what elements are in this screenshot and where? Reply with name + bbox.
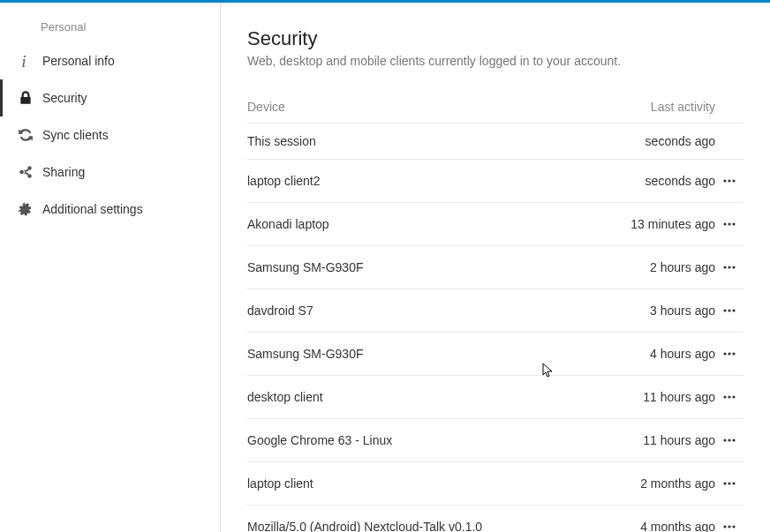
svg-point-22 [723, 438, 726, 441]
svg-point-5 [728, 179, 730, 182]
device-name: Akonadi laptop [247, 217, 600, 231]
session-row: davdroid S73 hours ago [247, 288, 744, 332]
row-menu-cell [715, 257, 744, 278]
sidebar-item-label: Sync clients [42, 128, 109, 142]
svg-point-28 [723, 525, 726, 528]
last-activity: 2 months ago [600, 476, 715, 491]
sidebar: Personal i Personal info Security Sync c… [0, 3, 221, 532]
svg-point-1 [19, 170, 24, 175]
sessions-table-body: This sessionseconds agolaptop client2sec… [247, 123, 744, 532]
device-name: Samsung SM-G930F [247, 260, 600, 274]
more-actions-button[interactable] [719, 214, 740, 235]
sidebar-item-label: Sharing [42, 165, 85, 179]
session-row: desktop client11 hours ago [247, 375, 744, 418]
device-name: Mozilla/5.0 (Android) Nextcloud-Talk v0.… [247, 520, 600, 532]
page-subtitle: Web, desktop and mobile clients currentl… [247, 54, 744, 68]
device-name: Samsung SM-G930F [247, 347, 600, 361]
more-icon [722, 217, 736, 231]
svg-point-21 [732, 395, 735, 398]
sessions-table-head: Device Last activity [247, 93, 744, 123]
svg-point-14 [728, 309, 730, 311]
last-activity: 3 hours ago [600, 303, 715, 318]
last-activity: 11 hours ago [600, 390, 715, 404]
svg-point-4 [723, 179, 726, 182]
svg-point-25 [723, 482, 726, 484]
device-name: desktop client [247, 390, 600, 404]
svg-text:i: i [22, 53, 26, 69]
more-actions-button[interactable] [719, 516, 740, 532]
last-activity: 13 minutes ago [600, 217, 715, 231]
sidebar-item-personal-info[interactable]: i Personal info [0, 42, 220, 79]
svg-point-27 [732, 482, 735, 484]
row-menu-cell [715, 386, 744, 408]
svg-point-8 [728, 222, 730, 225]
svg-point-26 [728, 482, 730, 484]
sidebar-item-label: Additional settings [42, 202, 143, 216]
session-row: Mozilla/5.0 (Android) Nextcloud-Talk v0.… [247, 505, 744, 532]
session-row: This sessionseconds ago [247, 123, 744, 159]
more-actions-button[interactable] [719, 386, 740, 408]
svg-point-11 [728, 266, 730, 268]
more-icon [722, 174, 736, 188]
svg-point-20 [728, 395, 730, 398]
col-header-device: Device [247, 100, 600, 114]
svg-point-13 [723, 309, 726, 311]
sync-icon [18, 127, 34, 143]
sidebar-item-sync-clients[interactable]: Sync clients [0, 116, 220, 154]
device-name: This session [247, 134, 600, 148]
more-actions-button[interactable] [719, 300, 740, 321]
device-name: davdroid S7 [247, 303, 600, 318]
more-actions-button[interactable] [719, 170, 740, 191]
sidebar-item-sharing[interactable]: Sharing [0, 154, 220, 191]
last-activity: 4 hours ago [600, 347, 715, 361]
session-row: Akonadi laptop13 minutes ago [247, 202, 744, 245]
device-name: laptop client [247, 476, 600, 491]
svg-point-17 [728, 352, 730, 355]
sidebar-section-header: Personal [0, 15, 220, 42]
svg-point-19 [723, 395, 726, 398]
session-row: Samsung SM-G930F2 hours ago [247, 245, 744, 288]
row-menu-cell [715, 343, 744, 364]
more-actions-button[interactable] [719, 343, 740, 364]
last-activity: seconds ago [600, 174, 715, 188]
row-menu-cell [715, 516, 744, 532]
svg-point-24 [732, 438, 735, 441]
more-icon [722, 476, 736, 491]
more-actions-button[interactable] [719, 430, 740, 451]
session-row: Google Chrome 63 - Linux11 hours ago [247, 418, 744, 461]
row-menu-cell [715, 430, 744, 451]
page-title: Security [247, 27, 744, 50]
svg-point-7 [723, 222, 726, 225]
svg-point-29 [728, 525, 730, 528]
info-icon: i [18, 53, 34, 69]
row-menu-cell [715, 170, 744, 191]
row-menu-cell [715, 214, 744, 235]
main-content: Security Web, desktop and mobile clients… [221, 3, 770, 532]
sidebar-item-label: Personal info [42, 54, 115, 68]
more-icon [722, 433, 736, 447]
lock-icon [18, 90, 34, 106]
more-actions-button[interactable] [719, 473, 740, 494]
sidebar-item-security[interactable]: Security [0, 79, 220, 116]
sidebar-item-additional-settings[interactable]: Additional settings [0, 191, 220, 228]
device-name: laptop client2 [247, 174, 600, 188]
more-icon [722, 520, 736, 532]
svg-point-16 [723, 352, 726, 355]
device-name: Google Chrome 63 - Linux [247, 433, 600, 447]
more-actions-button[interactable] [719, 257, 740, 278]
session-row: laptop client2 months ago [247, 461, 744, 505]
row-menu-cell [715, 473, 744, 494]
svg-point-12 [732, 266, 735, 268]
row-menu-cell [715, 300, 744, 321]
col-header-activity: Last activity [600, 100, 715, 114]
session-row: laptop client2seconds ago [247, 159, 744, 202]
last-activity: 2 hours ago [600, 260, 715, 274]
svg-point-6 [732, 179, 735, 182]
svg-point-9 [732, 222, 735, 225]
svg-point-23 [728, 438, 730, 441]
more-icon [722, 390, 736, 404]
svg-point-10 [723, 266, 726, 268]
svg-point-30 [732, 525, 735, 528]
sidebar-item-label: Security [42, 91, 87, 105]
gear-icon [18, 201, 34, 217]
